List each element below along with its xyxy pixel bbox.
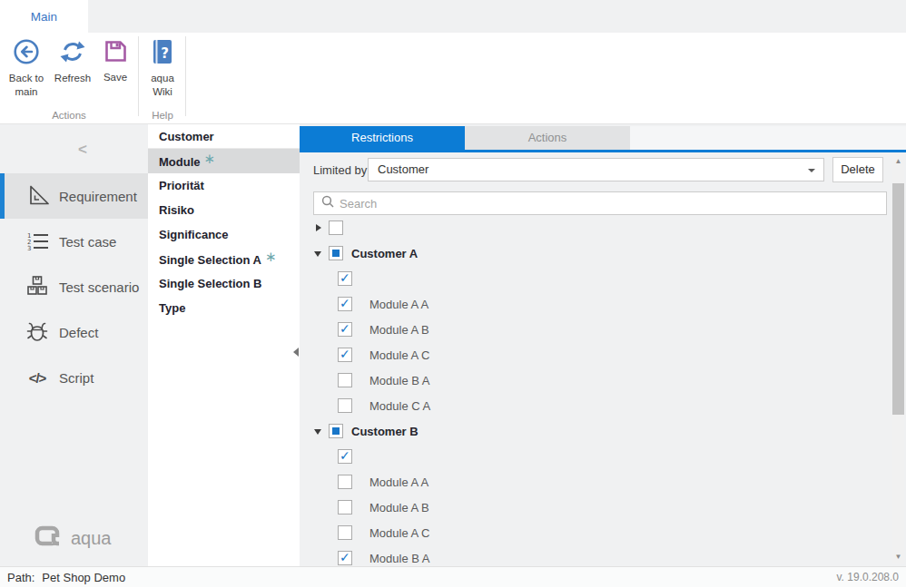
sidebar-collapse-chevron-icon[interactable]: < xyxy=(78,141,87,159)
checkbox-unchecked[interactable] xyxy=(338,398,352,413)
ribbon-group-label-actions: Actions xyxy=(0,110,138,121)
field-row-prioritaet[interactable]: Priorität xyxy=(148,173,300,198)
scroll-down-arrow-icon[interactable]: ▼ xyxy=(892,551,904,564)
checkbox-checked[interactable] xyxy=(338,449,352,464)
refresh-label: Refresh xyxy=(54,72,91,85)
sidebar: < Requirement 1 2 xyxy=(0,124,148,566)
sidebar-item-requirement[interactable]: Requirement xyxy=(0,173,148,219)
sidebar-item-label: Defect xyxy=(59,325,98,340)
sidebar-nav: Requirement 1 2 3 Test case xyxy=(0,173,148,400)
chevron-down-icon xyxy=(808,169,815,172)
field-row-type[interactable]: Type xyxy=(148,296,300,320)
test-scenario-icon xyxy=(25,274,49,300)
code-icon: </> xyxy=(25,370,49,386)
ribbon-tab-main[interactable]: Main xyxy=(0,0,88,33)
limited-by-dropdown[interactable]: Customer xyxy=(368,158,824,181)
tab-actions[interactable]: Actions xyxy=(465,126,630,150)
expander-collapsed-icon[interactable] xyxy=(314,223,324,233)
tree-row[interactable]: Module A A xyxy=(300,291,888,317)
tree-row[interactable] xyxy=(300,215,888,240)
checkbox-unchecked[interactable] xyxy=(338,475,352,489)
search-input[interactable] xyxy=(340,197,879,211)
tab-restrictions[interactable]: Restrictions xyxy=(300,126,465,150)
test-case-icon: 1 2 3 xyxy=(25,229,49,255)
checkbox-indeterminate[interactable] xyxy=(329,246,343,260)
field-row-single-selection-a[interactable]: Single Selection A∗ xyxy=(148,247,300,271)
search-icon xyxy=(321,195,334,211)
svg-text:3: 3 xyxy=(27,244,31,251)
checkbox-checked[interactable] xyxy=(338,297,352,311)
aqua-wiki-label: aqua Wiki xyxy=(141,72,184,99)
save-icon xyxy=(103,38,129,68)
scroll-up-arrow-icon[interactable]: ▲ xyxy=(892,155,904,168)
delete-button[interactable]: Delete xyxy=(832,157,883,182)
sidebar-item-label: Requirement xyxy=(59,189,137,204)
checkbox-checked[interactable] xyxy=(338,551,352,565)
main-panel: Restrictions Actions Limited by: Custome… xyxy=(300,124,906,566)
save-label: Save xyxy=(103,71,127,84)
ribbon-group-label-help: Help xyxy=(139,110,186,121)
sidebar-item-test-case[interactable]: 1 2 3 Test case xyxy=(0,219,148,264)
tree-row[interactable] xyxy=(300,444,888,469)
limited-by-row: Limited by: Customer Delete xyxy=(300,158,906,183)
tree-row[interactable]: Module A C xyxy=(300,520,888,545)
field-row-module[interactable]: Module∗ xyxy=(148,149,300,173)
fields-list: Customer Module∗ Priorität Risiko Signif… xyxy=(148,124,300,566)
expander-expanded-icon[interactable] xyxy=(314,426,324,436)
tree-row[interactable]: Module A B xyxy=(300,317,888,342)
field-row-significance[interactable]: Significance xyxy=(148,222,300,247)
tree-row[interactable]: Module B A xyxy=(300,368,888,393)
path-value: Pet Shop Demo xyxy=(42,571,125,584)
checkbox-checked[interactable] xyxy=(338,322,352,337)
sidebar-item-test-scenario[interactable]: Test scenario xyxy=(0,264,148,309)
aqua-logo-icon xyxy=(34,525,63,552)
sidebar-item-defect[interactable]: Defect xyxy=(0,309,148,355)
save-button[interactable]: Save xyxy=(96,38,134,84)
scrollbar-thumb[interactable] xyxy=(892,183,904,415)
requirement-icon xyxy=(25,183,49,210)
vertical-scrollbar[interactable]: ▲ ▼ xyxy=(892,155,904,564)
bug-icon xyxy=(25,319,49,346)
sidebar-item-label: Script xyxy=(59,370,94,386)
checkbox-unchecked[interactable] xyxy=(338,525,352,540)
tree-row[interactable] xyxy=(300,266,888,291)
wiki-help-icon: ? xyxy=(150,38,175,69)
refresh-icon xyxy=(59,38,86,69)
required-asterisk-icon: ∗ xyxy=(204,151,216,166)
limited-by-label: Limited by: xyxy=(313,163,370,177)
field-row-customer[interactable]: Customer xyxy=(148,124,300,149)
ribbon-group-separator xyxy=(138,36,139,116)
content-area: < Requirement 1 2 xyxy=(0,124,906,566)
checkbox-checked[interactable] xyxy=(338,348,352,362)
version-text: v. 19.0.208.0 xyxy=(837,571,900,583)
field-row-single-selection-b[interactable]: Single Selection B xyxy=(148,271,300,296)
status-bar: Path: Pet Shop Demo v. 19.0.208.0 xyxy=(0,566,906,587)
tree-row[interactable]: Customer B xyxy=(300,418,888,444)
limited-by-value: Customer xyxy=(378,162,428,176)
tree-row[interactable]: Module A C xyxy=(300,342,888,368)
ribbon: Back to main Refresh Save xyxy=(0,33,906,124)
checkbox-unchecked[interactable] xyxy=(338,373,352,387)
field-row-risiko[interactable]: Risiko xyxy=(148,198,300,222)
aqua-wiki-button[interactable]: ? aqua Wiki xyxy=(141,38,184,99)
tree-row[interactable]: Module A B xyxy=(300,495,888,520)
back-to-main-button[interactable]: Back to main xyxy=(3,38,50,99)
back-to-main-label: Back to main xyxy=(3,72,50,99)
tree-row[interactable]: Module B A xyxy=(300,545,888,566)
tree-row[interactable]: Module C A xyxy=(300,393,888,418)
svg-text:?: ? xyxy=(161,45,169,62)
checkbox-indeterminate[interactable] xyxy=(329,424,343,438)
ribbon-tab-strip: Main xyxy=(0,0,906,33)
panel-collapse-arrow-icon[interactable] xyxy=(293,348,299,357)
checkbox-checked[interactable] xyxy=(338,271,352,286)
tree-row[interactable]: Customer A xyxy=(300,240,888,266)
aqua-logo: aqua xyxy=(34,525,112,552)
checkbox-unchecked[interactable] xyxy=(329,220,343,235)
tree-row[interactable]: Module A A xyxy=(300,469,888,495)
checkbox-unchecked[interactable] xyxy=(338,500,352,514)
expander-expanded-icon[interactable] xyxy=(314,249,324,259)
path-label: Path: xyxy=(7,571,34,584)
refresh-button[interactable]: Refresh xyxy=(52,38,94,85)
restrictions-tree: Customer A Module A A Module A B Module … xyxy=(300,215,888,566)
sidebar-item-script[interactable]: </> Script xyxy=(0,355,148,400)
